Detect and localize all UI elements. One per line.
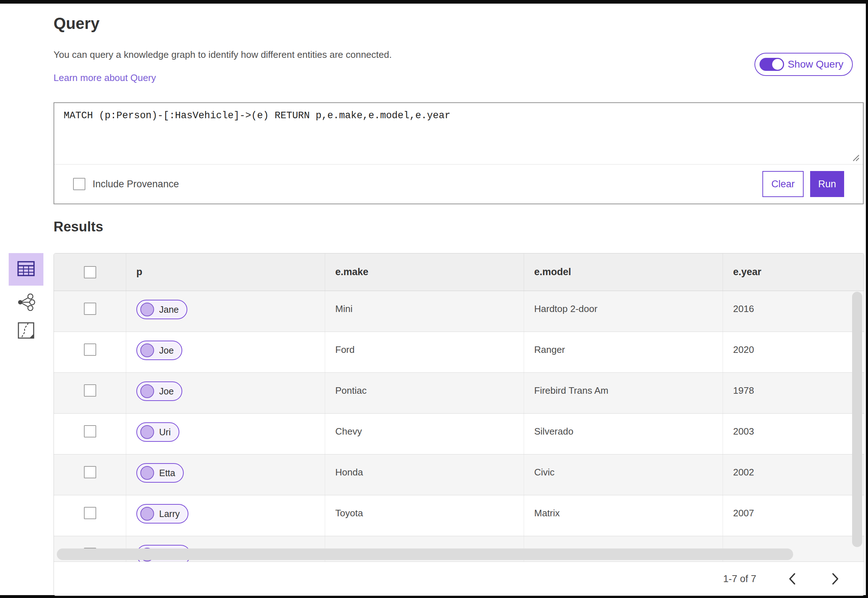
table-row: Joe Pontiac Firebird Trans Am 1978: [54, 373, 864, 414]
row-checkbox[interactable]: [84, 425, 96, 438]
column-header-e-model: e.model: [524, 253, 723, 291]
entity-label: Larry: [159, 509, 180, 519]
query-panel: MATCH (p:Person)-[:HasVehicle]->(e) RETU…: [54, 102, 864, 204]
entity-pill[interactable]: Joe: [136, 341, 182, 360]
results-card: p e.make e.model e.year Jane Mini Hardto…: [54, 253, 864, 596]
table-icon: [17, 261, 35, 278]
previous-page-button[interactable]: [784, 571, 800, 586]
entity-pill[interactable]: Larry: [136, 504, 189, 523]
table-row: Joe Ford Ranger 2020: [54, 332, 864, 373]
results-heading: Results: [54, 219, 103, 235]
cell-e-model: Hardtop 2-door: [524, 291, 723, 332]
map-icon: [18, 322, 34, 340]
toggle-knob: [772, 59, 783, 70]
cell-e-year: 2016: [723, 291, 864, 332]
cell-e-make: Chevy: [325, 414, 524, 454]
window-edge-top: [0, 0, 868, 4]
next-page-button[interactable]: [828, 571, 843, 586]
table-row: Larry Toyota Matrix 2007: [54, 495, 864, 536]
cell-e-make: Toyota: [325, 495, 524, 536]
entity-node-icon: [140, 425, 154, 439]
table-pagination: 1-7 of 7: [54, 562, 864, 596]
cell-e-year: 1978: [723, 373, 864, 413]
row-checkbox[interactable]: [84, 344, 96, 356]
cell-e-model: Silverado: [524, 414, 723, 454]
cell-e-year: 2003: [723, 414, 864, 454]
results-table: p e.make e.model e.year Jane Mini Hardto…: [54, 253, 864, 562]
row-checkbox[interactable]: [84, 303, 96, 315]
cell-e-model: Firebird Trans Am: [524, 373, 723, 413]
page-title: Query: [54, 15, 99, 33]
cell-e-make: Pontiac: [325, 373, 524, 413]
query-actions-bar: Include Provenance Clear Run: [54, 164, 863, 203]
toggle-switch-icon: [759, 58, 784, 71]
textarea-resize-handle[interactable]: [852, 153, 860, 162]
show-query-label: Show Query: [788, 58, 843, 70]
entity-node-icon: [140, 344, 154, 357]
learn-more-link[interactable]: Learn more about Query: [54, 72, 156, 84]
header-checkbox-cell: [54, 253, 126, 291]
cell-e-model: Matrix: [524, 495, 723, 536]
query-editor: MATCH (p:Person)-[:HasVehicle]->(e) RETU…: [54, 103, 863, 164]
include-provenance-option: Include Provenance: [73, 178, 179, 190]
cell-e-year: 2020: [723, 332, 864, 372]
column-header-e-make: e.make: [325, 253, 524, 291]
include-provenance-checkbox[interactable]: [73, 178, 85, 190]
show-query-toggle[interactable]: Show Query: [754, 53, 853, 76]
table-row: Etta Honda Civic 2002: [54, 454, 864, 495]
entity-node-icon: [140, 507, 154, 521]
table-header-row: p e.make e.model e.year: [54, 253, 864, 291]
cell-e-model: Civic: [524, 454, 723, 495]
entity-pill[interactable]: Uri: [136, 422, 180, 442]
entity-node-icon: [140, 466, 154, 480]
cell-e-make: Mini: [325, 291, 524, 332]
link-chart-icon: [16, 294, 36, 312]
entity-label: Joe: [159, 386, 174, 397]
results-view-switcher: [9, 253, 43, 342]
entity-node-icon: [140, 303, 154, 316]
page-description: You can query a knowledge graph to ident…: [54, 49, 392, 60]
link-chart-view-button[interactable]: [15, 292, 37, 314]
table-row: Uri Chevy Silverado 2003: [54, 414, 864, 454]
row-checkbox[interactable]: [84, 384, 96, 397]
cell-e-year: 2002: [723, 454, 864, 495]
cell-e-year: 2007: [723, 495, 864, 536]
query-page: Query You can query a knowledge graph to…: [0, 0, 868, 598]
map-view-button[interactable]: [15, 320, 37, 342]
row-checkbox[interactable]: [84, 466, 96, 478]
entity-node-icon: [140, 384, 154, 398]
window-edge-right: [866, 0, 868, 598]
entity-label: Joe: [159, 345, 174, 356]
entity-label: Uri: [159, 427, 171, 438]
query-buttons: Clear Run: [762, 171, 844, 197]
row-checkbox[interactable]: [84, 507, 96, 519]
query-input[interactable]: MATCH (p:Person)-[:HasVehicle]->(e) RETU…: [54, 103, 863, 164]
entity-pill[interactable]: Jane: [136, 300, 187, 319]
pagination-range-label: 1-7 of 7: [723, 573, 756, 585]
entity-label: Etta: [159, 468, 175, 478]
select-all-checkbox[interactable]: [84, 266, 96, 278]
horizontal-scrollbar[interactable]: [57, 549, 793, 560]
table-row: Jane Mini Hardtop 2-door 2016: [54, 291, 864, 332]
vertical-scrollbar[interactable]: [852, 292, 862, 547]
column-header-e-year: e.year: [723, 253, 864, 291]
table-view-button[interactable]: [9, 253, 43, 286]
entity-pill[interactable]: Etta: [136, 463, 184, 483]
entity-pill[interactable]: Joe: [136, 381, 182, 401]
cell-e-make: Ford: [325, 332, 524, 372]
include-provenance-label: Include Provenance: [93, 179, 179, 190]
clear-button[interactable]: Clear: [762, 171, 804, 197]
entity-label: Jane: [159, 304, 179, 315]
column-header-p: p: [126, 253, 325, 291]
cell-e-make: Honda: [325, 454, 524, 495]
cell-e-model: Ranger: [524, 332, 723, 372]
run-button[interactable]: Run: [810, 171, 844, 197]
